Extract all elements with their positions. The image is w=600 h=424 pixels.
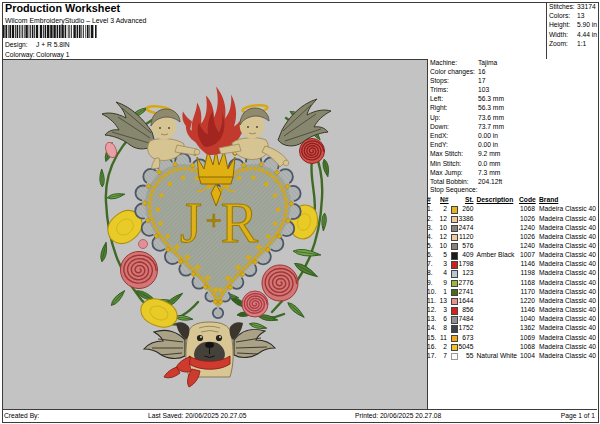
svg-text:R: R — [221, 192, 259, 254]
svg-text:+: + — [206, 205, 222, 236]
svg-text:J: J — [180, 192, 202, 254]
